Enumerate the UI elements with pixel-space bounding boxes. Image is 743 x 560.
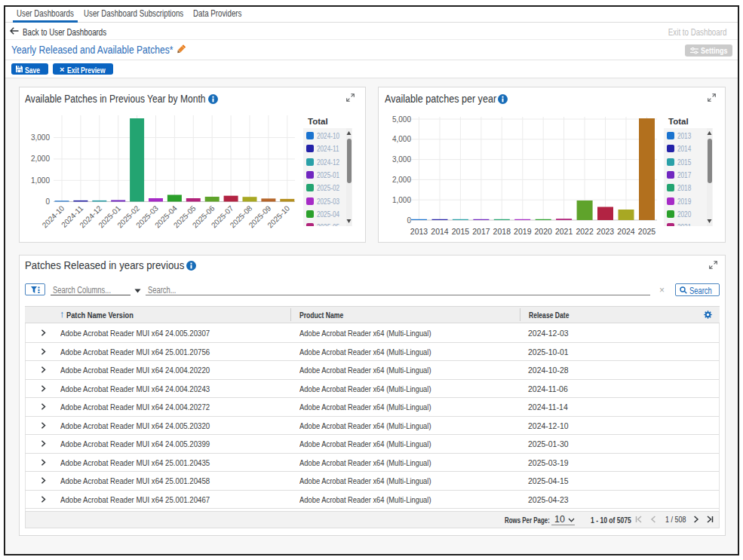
svg-text:2015: 2015 [452, 227, 470, 236]
svg-text:1,000: 1,000 [392, 196, 411, 204]
svg-text:2017: 2017 [472, 227, 490, 236]
svg-text:2018: 2018 [493, 227, 511, 236]
svg-text:2020: 2020 [535, 227, 553, 236]
svg-text:2024: 2024 [617, 227, 635, 236]
svg-text:2025: 2025 [638, 227, 656, 236]
svg-text:4,000: 4,000 [392, 135, 411, 143]
svg-text:2021: 2021 [555, 227, 573, 236]
svg-text:2014: 2014 [431, 227, 449, 236]
svg-text:2,000: 2,000 [392, 176, 411, 184]
svg-text:2023: 2023 [597, 227, 615, 236]
svg-text:2013: 2013 [410, 227, 428, 236]
svg-text:0: 0 [45, 197, 50, 206]
svg-text:2022: 2022 [576, 227, 594, 236]
svg-text:3,000: 3,000 [31, 133, 50, 142]
svg-text:2019: 2019 [514, 227, 532, 236]
svg-text:5,000: 5,000 [392, 115, 411, 124]
svg-text:2,000: 2,000 [31, 155, 50, 163]
svg-text:1,000: 1,000 [31, 176, 50, 185]
svg-text:3,000: 3,000 [392, 155, 411, 164]
